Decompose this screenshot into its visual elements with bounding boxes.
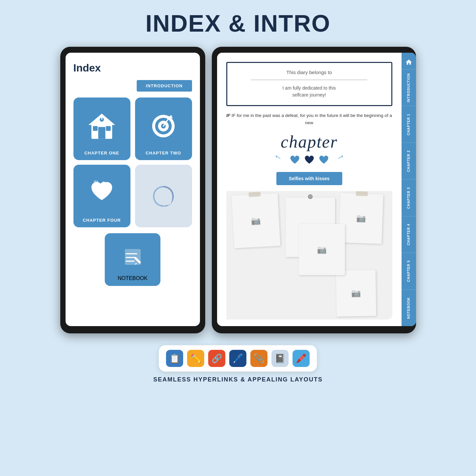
book-app-icon[interactable]: 📓: [271, 350, 289, 367]
photos-area: 📷 📷 📷: [226, 191, 392, 320]
chapter-one-icon: [87, 103, 117, 148]
camera-icon-5: 📷: [351, 289, 361, 298]
home-nav-button[interactable]: [402, 55, 416, 69]
svg-point-19: [105, 184, 109, 187]
selfies-button[interactable]: Selfies with kisses: [276, 172, 342, 185]
index-screen: Index INTRODUCTION: [66, 53, 200, 326]
nav-introduction[interactable]: INTRODUCTION: [402, 69, 416, 106]
right-sidebar: INTRODUCTION CHAPTER 1 CHAPTER 2 CHAPTER…: [402, 53, 416, 326]
chapter-four-tile[interactable]: CHAPTER FOUR: [73, 165, 130, 227]
introduction-button[interactable]: INTRODUCTION: [137, 80, 192, 92]
svg-rect-3: [93, 126, 98, 130]
name-underline: [251, 80, 368, 80]
nav-chapter4[interactable]: CHAPTER 4: [402, 216, 416, 253]
chapter-five-tile[interactable]: [135, 165, 192, 227]
app-icons-shelf: 📋 ✏️ 🔗 🖊️ 📎 📓 🖍️: [159, 345, 317, 372]
chapter-two-tile[interactable]: CHAPTER TWO: [135, 98, 192, 160]
notebook-row: NOTEBOOK: [73, 233, 192, 286]
intro-content: This diary belongs to I am fully dedicat…: [217, 53, 402, 326]
svg-rect-2: [98, 127, 105, 139]
sticky-note-3: 📷: [339, 193, 383, 244]
sticky-note-4: 📷: [299, 224, 345, 275]
svg-rect-7: [100, 117, 104, 118]
chapter-four-label: CHAPTER FOUR: [83, 218, 121, 223]
left-tablet: Index INTRODUCTION: [60, 47, 205, 333]
svg-rect-4: [106, 126, 111, 130]
chapters-grid: CHAPTER ONE: [73, 98, 192, 227]
camera-icon-1: 📷: [251, 216, 261, 226]
name-card: This diary belongs to I am fully dedicat…: [226, 62, 392, 106]
subtitle-text: SEAMLESS HYPERLINKS & APPEALING LAYOUTS: [153, 376, 323, 383]
chapter-decorative-word: chapter: [226, 132, 392, 152]
chapter-two-label: CHAPTER TWO: [146, 151, 181, 155]
clip-app-icon[interactable]: 📎: [250, 350, 267, 367]
page-title: INDEX & INTRO: [145, 10, 330, 37]
sticky-note-5: 📷: [336, 270, 376, 317]
tablets-container: Index INTRODUCTION: [11, 47, 465, 333]
link-app-icon[interactable]: 🔗: [208, 350, 225, 367]
camera-icon-4: 📷: [317, 245, 327, 254]
chapter-five-icon: [149, 170, 178, 223]
camera-icon-3: 📷: [356, 214, 366, 223]
nav-notebook[interactable]: NOTEBOOK: [402, 290, 416, 326]
chapter-one-tile[interactable]: CHAPTER ONE: [73, 98, 130, 160]
sticky-note-1: 📷: [231, 193, 280, 248]
notebook-tile[interactable]: NOTEBOOK: [105, 233, 160, 286]
quote-text: IF IF for me in the past was a defeat, f…: [226, 112, 392, 126]
app-icons-row: 📋 ✏️ 🔗 🖊️ 📎 📓 🖍️ SEAMLESS HYPERLINKS & A…: [153, 345, 323, 383]
index-title: Index: [73, 62, 101, 74]
chapter-two-icon: [149, 103, 178, 148]
nav-chapter2[interactable]: CHAPTER 2: [402, 143, 416, 179]
pen-app-icon[interactable]: 🖊️: [229, 350, 246, 367]
marker-app-icon[interactable]: 🖍️: [293, 350, 310, 367]
notes-app-icon[interactable]: 📋: [166, 350, 183, 367]
nav-chapter5[interactable]: CHAPTER 5: [402, 253, 416, 289]
nav-chapter1[interactable]: CHAPTER 1: [402, 106, 416, 142]
chapter-one-label: CHAPTER ONE: [84, 151, 119, 155]
notebook-label: NOTEBOOK: [118, 275, 148, 281]
chapter-four-icon: [87, 170, 117, 215]
notebook-icon: [120, 238, 146, 275]
nav-chapter3[interactable]: CHAPTER 3: [402, 179, 416, 216]
intro-screen: This diary belongs to I am fully dedicat…: [217, 53, 416, 326]
right-tablet: This diary belongs to I am fully dedicat…: [212, 47, 416, 333]
dedication-text: I am fully dedicated to this selfcare jo…: [283, 85, 336, 98]
belongs-to-text: This diary belongs to: [286, 70, 332, 75]
svg-rect-6: [101, 117, 102, 119]
hearts-decoration: [226, 154, 392, 166]
pencil-app-icon[interactable]: ✏️: [187, 350, 204, 367]
